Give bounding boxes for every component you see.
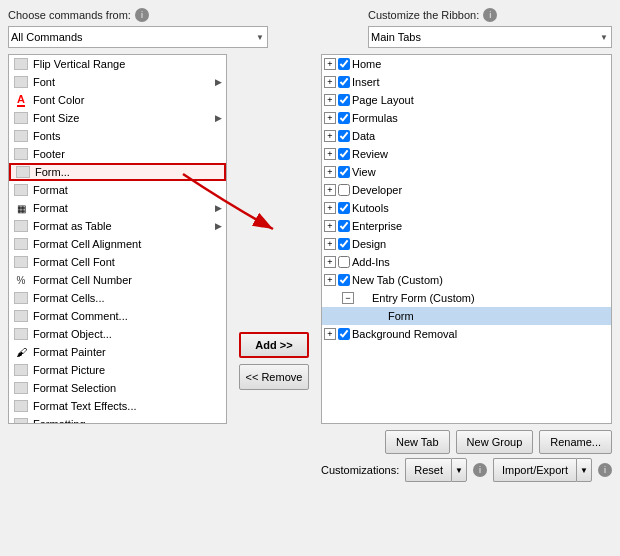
tree-item[interactable]: +Page Layout bbox=[322, 91, 611, 109]
list-item-label: Font Color bbox=[33, 94, 222, 106]
tree-expand-icon[interactable]: + bbox=[324, 148, 336, 160]
tree-checkbox[interactable] bbox=[338, 58, 350, 70]
list-item[interactable]: Format Cell Font bbox=[9, 253, 226, 271]
tree-item-label: Formulas bbox=[352, 112, 398, 124]
list-item-label: Font bbox=[33, 76, 211, 88]
tree-item[interactable]: +Design bbox=[322, 235, 611, 253]
list-item-icon bbox=[13, 416, 29, 424]
reset-button[interactable]: Reset bbox=[405, 458, 451, 482]
tree-checkbox[interactable] bbox=[338, 112, 350, 124]
list-item-label: Format Comment... bbox=[33, 310, 222, 322]
list-item[interactable]: Formatting bbox=[9, 415, 226, 424]
list-item[interactable]: Font Size▶ bbox=[9, 109, 226, 127]
import-export-split-button[interactable]: Import/Export ▼ bbox=[493, 458, 592, 482]
tree-expand-icon[interactable]: + bbox=[324, 256, 336, 268]
tree-expand-icon[interactable]: − bbox=[342, 292, 354, 304]
submenu-arrow-icon: ▶ bbox=[215, 77, 222, 87]
tree-checkbox[interactable] bbox=[338, 184, 350, 196]
tree-item[interactable]: +Insert bbox=[322, 73, 611, 91]
import-export-dropdown-arrow[interactable]: ▼ bbox=[576, 458, 592, 482]
commands-list[interactable]: Flip Vertical RangeFont▶AFont ColorFont … bbox=[8, 54, 227, 424]
ribbon-tree[interactable]: +Home+Insert+Page Layout+Formulas+Data+R… bbox=[321, 54, 612, 424]
new-tab-button[interactable]: New Tab bbox=[385, 430, 450, 454]
tree-item[interactable]: +Add-Ins bbox=[322, 253, 611, 271]
left-label: Choose commands from: bbox=[8, 9, 131, 21]
list-item[interactable]: Form... bbox=[9, 163, 226, 181]
new-group-button[interactable]: New Group bbox=[456, 430, 534, 454]
tree-expand-icon[interactable]: + bbox=[324, 328, 336, 340]
tree-item[interactable]: −Entry Form (Custom) bbox=[322, 289, 611, 307]
tree-expand-icon[interactable]: + bbox=[324, 76, 336, 88]
tree-checkbox[interactable] bbox=[338, 76, 350, 88]
tree-checkbox[interactable] bbox=[338, 94, 350, 106]
left-select[interactable]: All Commands bbox=[8, 26, 268, 48]
list-item[interactable]: Format Cell Alignment bbox=[9, 235, 226, 253]
list-item[interactable]: Format Text Effects... bbox=[9, 397, 226, 415]
tree-item[interactable]: +New Tab (Custom) bbox=[322, 271, 611, 289]
list-item-label: Formatting bbox=[33, 418, 222, 424]
tree-checkbox[interactable] bbox=[338, 130, 350, 142]
list-item-label: Format as Table bbox=[33, 220, 211, 232]
tree-expand-icon[interactable]: + bbox=[324, 274, 336, 286]
list-item[interactable]: Footer bbox=[9, 145, 226, 163]
list-item-icon: 🖌 bbox=[13, 344, 29, 360]
list-item[interactable]: Format Cells... bbox=[9, 289, 226, 307]
list-item[interactable]: ▦Format▶ bbox=[9, 199, 226, 217]
tree-expand-icon[interactable]: + bbox=[324, 112, 336, 124]
tree-item[interactable]: +Data bbox=[322, 127, 611, 145]
tree-checkbox[interactable] bbox=[338, 328, 350, 340]
list-item-icon: A bbox=[13, 92, 29, 108]
reset-split-button[interactable]: Reset ▼ bbox=[405, 458, 467, 482]
tree-checkbox[interactable] bbox=[338, 256, 350, 268]
list-item[interactable]: Format bbox=[9, 181, 226, 199]
add-button[interactable]: Add >> bbox=[239, 332, 309, 358]
tree-item[interactable]: +Background Removal bbox=[322, 325, 611, 343]
customize-label: Customizations: bbox=[321, 464, 399, 476]
tree-expand-icon[interactable]: + bbox=[324, 238, 336, 250]
tree-item-label: Home bbox=[352, 58, 381, 70]
tree-item[interactable]: +Review bbox=[322, 145, 611, 163]
tree-item[interactable]: Form bbox=[322, 307, 611, 325]
list-item[interactable]: AFont Color bbox=[9, 91, 226, 109]
tree-expand-icon[interactable]: + bbox=[324, 130, 336, 142]
list-item[interactable]: Format Picture bbox=[9, 361, 226, 379]
tree-checkbox[interactable] bbox=[338, 202, 350, 214]
tree-expand-icon[interactable]: + bbox=[324, 184, 336, 196]
import-export-button[interactable]: Import/Export bbox=[493, 458, 576, 482]
tree-item[interactable]: +Formulas bbox=[322, 109, 611, 127]
list-item[interactable]: Format Comment... bbox=[9, 307, 226, 325]
tree-expand-icon[interactable]: + bbox=[324, 220, 336, 232]
tree-item[interactable]: +Enterprise bbox=[322, 217, 611, 235]
list-item[interactable]: Font▶ bbox=[9, 73, 226, 91]
rename-button[interactable]: Rename... bbox=[539, 430, 612, 454]
tree-item[interactable]: +Home bbox=[322, 55, 611, 73]
list-item[interactable]: 🖌Format Painter bbox=[9, 343, 226, 361]
tree-item[interactable]: +View bbox=[322, 163, 611, 181]
remove-button[interactable]: << Remove bbox=[239, 364, 309, 390]
list-item[interactable]: Fonts bbox=[9, 127, 226, 145]
list-item-icon bbox=[13, 308, 29, 324]
list-item[interactable]: %Format Cell Number bbox=[9, 271, 226, 289]
tree-checkbox[interactable] bbox=[338, 148, 350, 160]
list-item[interactable]: Format as Table▶ bbox=[9, 217, 226, 235]
tree-checkbox[interactable] bbox=[338, 166, 350, 178]
tree-item[interactable]: +Developer bbox=[322, 181, 611, 199]
tree-checkbox[interactable] bbox=[338, 238, 350, 250]
list-item-label: Font Size bbox=[33, 112, 211, 124]
list-item[interactable]: Format Object... bbox=[9, 325, 226, 343]
right-select[interactable]: Main Tabs bbox=[368, 26, 612, 48]
list-item-icon bbox=[13, 380, 29, 396]
list-item[interactable]: Flip Vertical Range bbox=[9, 55, 226, 73]
list-item-icon bbox=[13, 110, 29, 126]
list-item-label: Format Cell Alignment bbox=[33, 238, 222, 250]
tree-item[interactable]: +Kutools bbox=[322, 199, 611, 217]
tree-expand-icon[interactable]: + bbox=[324, 58, 336, 70]
tree-expand-icon[interactable]: + bbox=[324, 166, 336, 178]
tree-expand-icon[interactable]: + bbox=[324, 94, 336, 106]
tree-checkbox[interactable] bbox=[338, 220, 350, 232]
tree-expand-icon[interactable]: + bbox=[324, 202, 336, 214]
tree-checkbox[interactable] bbox=[338, 274, 350, 286]
submenu-arrow-icon: ▶ bbox=[215, 221, 222, 231]
reset-dropdown-arrow[interactable]: ▼ bbox=[451, 458, 467, 482]
list-item[interactable]: Format Selection bbox=[9, 379, 226, 397]
